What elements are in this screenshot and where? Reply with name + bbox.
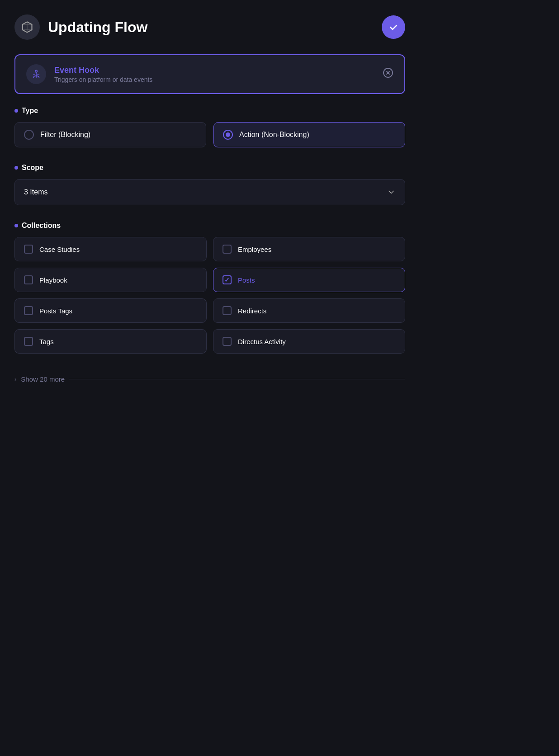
show-more-row[interactable]: › Show 20 more — [0, 366, 420, 392]
scope-section-label: Scope — [0, 164, 420, 172]
scope-dropdown[interactable]: 3 Items — [14, 179, 405, 205]
type-section: Type Filter (Blocking) Action (Non-Block… — [0, 107, 420, 147]
action-non-blocking-option[interactable]: Action (Non-Blocking) — [213, 122, 405, 147]
scope-dot — [14, 166, 18, 170]
type-section-label: Type — [0, 107, 420, 115]
filter-blocking-option[interactable]: Filter (Blocking) — [14, 122, 206, 147]
event-hook-text: Event Hook Triggers on platform or data … — [54, 66, 152, 83]
checkbox-tags — [24, 337, 33, 346]
anchor-icon — [26, 64, 46, 84]
checkbox-posts: ✓ — [223, 275, 232, 284]
checkbox-playbook — [24, 275, 33, 284]
collection-posts-tags-label: Posts Tags — [39, 307, 72, 315]
checkbox-directus-activity — [223, 337, 232, 346]
collection-directus-activity[interactable]: Directus Activity — [213, 329, 405, 354]
radio-inner-dot — [226, 132, 230, 137]
filter-radio — [24, 130, 34, 140]
collection-employees[interactable]: Employees — [213, 237, 405, 261]
collection-redirects[interactable]: Redirects — [213, 298, 405, 323]
collection-redirects-label: Redirects — [238, 307, 266, 315]
event-hook-left: Event Hook Triggers on platform or data … — [26, 64, 152, 84]
confirm-button[interactable] — [382, 15, 405, 39]
collections-section-label: Collections — [0, 222, 420, 230]
collection-playbook[interactable]: Playbook — [14, 268, 207, 292]
collection-posts-label: Posts — [238, 276, 255, 284]
checkbox-case-studies — [24, 245, 33, 254]
filter-label: Filter (Blocking) — [40, 131, 90, 139]
checkbox-redirects — [223, 306, 232, 315]
show-more-label: Show 20 more — [21, 375, 65, 383]
collections-section: Collections Case Studies Employees Playb… — [0, 222, 420, 354]
collection-posts-tags[interactable]: Posts Tags — [14, 298, 207, 323]
collection-case-studies-label: Case Studies — [39, 246, 80, 253]
cube-icon — [14, 14, 40, 40]
collection-directus-activity-label: Directus Activity — [238, 338, 286, 345]
show-more-divider — [69, 379, 405, 379]
type-dot — [14, 109, 18, 113]
scope-value: 3 Items — [24, 188, 47, 196]
event-hook-card: Event Hook Triggers on platform or data … — [14, 54, 405, 94]
type-options: Filter (Blocking) Action (Non-Blocking) — [0, 122, 420, 147]
show-more-chevron-icon: › — [14, 376, 16, 383]
collections-grid: Case Studies Employees Playbook ✓ Posts … — [0, 237, 420, 354]
checkbox-posts-tags — [24, 306, 33, 315]
check-mark-posts: ✓ — [224, 276, 230, 284]
action-label: Action (Non-Blocking) — [239, 131, 309, 139]
action-radio — [223, 130, 233, 140]
close-icon[interactable] — [383, 67, 393, 81]
scope-section: Scope 3 Items — [0, 164, 420, 205]
collection-posts[interactable]: ✓ Posts — [213, 268, 405, 292]
chevron-down-icon — [387, 188, 396, 197]
collection-employees-label: Employees — [238, 246, 271, 253]
checkbox-employees — [223, 245, 232, 254]
collection-playbook-label: Playbook — [39, 276, 67, 284]
page-header: Updating Flow — [0, 0, 420, 51]
collections-dot — [14, 224, 18, 227]
event-hook-title: Event Hook — [54, 66, 152, 75]
header-left: Updating Flow — [14, 14, 147, 40]
collection-tags-label: Tags — [39, 338, 54, 345]
event-hook-subtitle: Triggers on platform or data events — [54, 76, 152, 83]
collection-tags[interactable]: Tags — [14, 329, 207, 354]
page-title: Updating Flow — [48, 19, 147, 36]
collection-case-studies[interactable]: Case Studies — [14, 237, 207, 261]
